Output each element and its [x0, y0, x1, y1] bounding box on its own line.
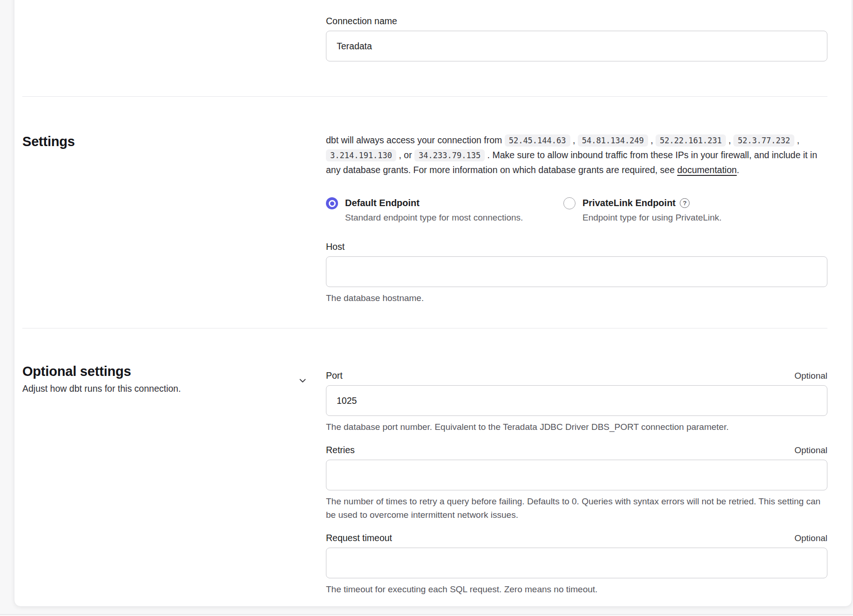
host-helper-text: The database hostname.: [326, 291, 827, 305]
optional-settings-section: Optional settings Adjust how dbt runs fo…: [22, 328, 827, 606]
port-input[interactable]: [326, 385, 827, 416]
documentation-link[interactable]: documentation: [677, 165, 737, 175]
settings-heading: Settings: [22, 133, 298, 150]
page-bottom-edge: [0, 614, 853, 615]
retries-label: Retries: [326, 444, 355, 456]
port-field-group: Port Optional The database port number. …: [326, 369, 827, 434]
radio-description: Standard endpoint type for most connecti…: [345, 212, 523, 224]
ip-badge: 34.233.79.135: [414, 149, 485, 161]
chevron-down-icon[interactable]: [297, 375, 308, 386]
host-field-group: Host The database hostname.: [326, 241, 827, 305]
optional-settings-heading: Optional settings: [22, 363, 298, 380]
connection-name-label: Connection name: [326, 16, 397, 26]
radio-unselected-icon[interactable]: [563, 197, 575, 209]
ip-badge: 54.81.134.249: [578, 134, 648, 147]
request-timeout-label: Request timeout: [326, 532, 392, 544]
settings-section: Settings dbt will always access your con…: [22, 97, 827, 328]
host-input[interactable]: [326, 256, 827, 287]
endpoint-radio-group: Default Endpoint Standard endpoint type …: [326, 197, 827, 224]
help-icon[interactable]: ?: [680, 198, 690, 208]
host-label: Host: [326, 241, 345, 252]
retries-input[interactable]: [326, 460, 827, 490]
port-label: Port: [326, 369, 343, 382]
connection-name-section: Connection name: [22, 0, 827, 96]
optional-badge: Optional: [794, 533, 827, 543]
request-timeout-field-group: Request timeout Optional The timeout for…: [326, 532, 827, 596]
ip-allowlist-text: dbt will always access your connection f…: [326, 133, 827, 177]
radio-description: Endpoint type for using PrivateLink.: [582, 212, 722, 224]
request-timeout-input[interactable]: [326, 548, 827, 578]
ip-badge: 52.22.161.231: [656, 134, 726, 147]
port-helper-text: The database port number. Equivalent to …: [326, 420, 827, 434]
retries-field-group: Retries Optional The number of times to …: [326, 444, 827, 522]
radio-selected-icon[interactable]: [326, 197, 338, 209]
optional-badge: Optional: [794, 371, 827, 381]
request-timeout-helper-text: The timeout for executing each SQL reque…: [326, 583, 827, 596]
ip-badge: 3.214.191.130: [326, 149, 396, 161]
radio-option-default-endpoint[interactable]: Default Endpoint Standard endpoint type …: [326, 197, 563, 224]
radio-label-default-endpoint: Default Endpoint: [345, 197, 523, 209]
radio-option-privatelink-endpoint[interactable]: PrivateLink Endpoint ? Endpoint type for…: [563, 197, 722, 224]
optional-settings-subtitle: Adjust how dbt runs for this connection.: [22, 382, 298, 395]
ip-badge: 52.3.77.232: [733, 134, 794, 147]
connection-name-input[interactable]: [326, 31, 827, 61]
radio-label-privatelink-endpoint: PrivateLink Endpoint: [582, 197, 676, 209]
optional-badge: Optional: [794, 445, 827, 455]
retries-helper-text: The number of times to retry a query bef…: [326, 495, 827, 522]
ip-badge: 52.45.144.63: [505, 134, 570, 147]
